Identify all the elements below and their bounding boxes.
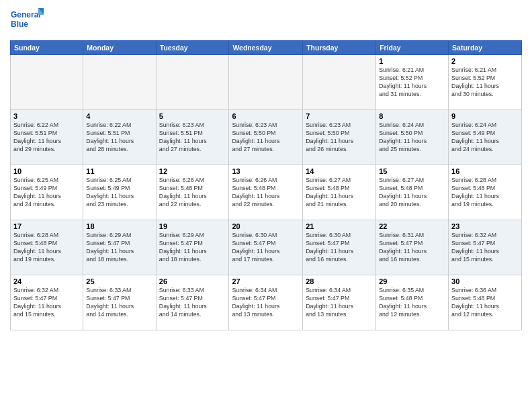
weekday-header: Wednesday [229,41,303,55]
weekday-header: Thursday [303,41,376,55]
weekday-header: Sunday [11,41,83,55]
calendar-body: 1Sunrise: 6:21 AM Sunset: 5:52 PM Daylig… [11,55,522,330]
calendar-cell: 17Sunrise: 6:28 AM Sunset: 5:48 PM Dayli… [11,220,83,275]
day-info: Sunrise: 6:36 AM Sunset: 5:48 PM Dayligh… [451,287,519,319]
calendar-cell: 29Sunrise: 6:35 AM Sunset: 5:48 PM Dayli… [376,275,449,330]
day-info: Sunrise: 6:29 AM Sunset: 5:47 PM Dayligh… [86,232,152,264]
calendar-header: SundayMondayTuesdayWednesdayThursdayFrid… [11,41,522,55]
day-info: Sunrise: 6:30 AM Sunset: 5:47 PM Dayligh… [232,232,300,264]
day-info: Sunrise: 6:21 AM Sunset: 5:52 PM Dayligh… [379,66,445,99]
day-info: Sunrise: 6:29 AM Sunset: 5:47 PM Dayligh… [159,232,226,264]
day-number: 16 [451,167,519,175]
day-info: Sunrise: 6:24 AM Sunset: 5:50 PM Dayligh… [379,122,445,154]
calendar-cell [156,55,229,110]
weekday-header: Saturday [449,41,522,55]
day-info: Sunrise: 6:23 AM Sunset: 5:51 PM Dayligh… [159,122,226,154]
day-number: 12 [159,167,226,175]
calendar-cell: 5Sunrise: 6:23 AM Sunset: 5:51 PM Daylig… [156,110,229,165]
calendar-cell: 26Sunrise: 6:33 AM Sunset: 5:47 PM Dayli… [156,275,229,330]
day-info: Sunrise: 6:35 AM Sunset: 5:48 PM Dayligh… [379,287,445,319]
calendar-cell [11,55,83,110]
day-number: 1 [379,57,445,65]
day-number: 29 [379,277,445,285]
day-number: 8 [379,112,445,120]
calendar-cell: 18Sunrise: 6:29 AM Sunset: 5:47 PM Dayli… [83,220,156,275]
calendar-cell: 10Sunrise: 6:25 AM Sunset: 5:49 PM Dayli… [11,165,83,220]
day-number: 10 [13,167,80,175]
calendar: SundayMondayTuesdayWednesdayThursdayFrid… [10,40,522,330]
day-number: 2 [451,57,519,65]
calendar-cell: 4Sunrise: 6:22 AM Sunset: 5:51 PM Daylig… [83,110,156,165]
day-number: 21 [306,222,373,230]
calendar-cell: 11Sunrise: 6:25 AM Sunset: 5:49 PM Dayli… [83,165,156,220]
svg-text:Blue: Blue [11,19,28,29]
calendar-cell: 12Sunrise: 6:26 AM Sunset: 5:48 PM Dayli… [156,165,229,220]
calendar-cell: 6Sunrise: 6:23 AM Sunset: 5:50 PM Daylig… [229,110,303,165]
svg-text:General: General [11,10,41,19]
week-row: 10Sunrise: 6:25 AM Sunset: 5:49 PM Dayli… [11,165,522,220]
day-info: Sunrise: 6:32 AM Sunset: 5:47 PM Dayligh… [451,232,519,264]
day-info: Sunrise: 6:28 AM Sunset: 5:48 PM Dayligh… [451,177,519,209]
day-info: Sunrise: 6:32 AM Sunset: 5:47 PM Dayligh… [13,287,80,319]
day-number: 9 [451,112,519,120]
weekday-header: Friday [376,41,449,55]
week-row: 3Sunrise: 6:22 AM Sunset: 5:51 PM Daylig… [11,110,522,165]
weekday-header: Monday [83,41,156,55]
day-number: 13 [232,167,300,175]
calendar-cell: 25Sunrise: 6:33 AM Sunset: 5:47 PM Dayli… [83,275,156,330]
day-number: 20 [232,222,300,230]
day-info: Sunrise: 6:22 AM Sunset: 5:51 PM Dayligh… [13,122,80,154]
calendar-cell: 14Sunrise: 6:27 AM Sunset: 5:48 PM Dayli… [303,165,376,220]
calendar-cell: 2Sunrise: 6:21 AM Sunset: 5:52 PM Daylig… [449,55,522,110]
week-row: 17Sunrise: 6:28 AM Sunset: 5:48 PM Dayli… [11,220,522,275]
day-info: Sunrise: 6:33 AM Sunset: 5:47 PM Dayligh… [86,287,152,319]
day-number: 14 [306,167,373,175]
day-number: 15 [379,167,445,175]
day-info: Sunrise: 6:24 AM Sunset: 5:49 PM Dayligh… [451,122,519,154]
day-number: 26 [159,277,226,285]
day-number: 28 [306,277,373,285]
calendar-cell: 16Sunrise: 6:28 AM Sunset: 5:48 PM Dayli… [449,165,522,220]
day-info: Sunrise: 6:31 AM Sunset: 5:47 PM Dayligh… [379,232,445,264]
calendar-cell [83,55,156,110]
day-number: 19 [159,222,226,230]
calendar-cell: 8Sunrise: 6:24 AM Sunset: 5:50 PM Daylig… [376,110,449,165]
calendar-cell [229,55,303,110]
calendar-cell: 20Sunrise: 6:30 AM Sunset: 5:47 PM Dayli… [229,220,303,275]
day-info: Sunrise: 6:26 AM Sunset: 5:48 PM Dayligh… [159,177,226,209]
day-info: Sunrise: 6:22 AM Sunset: 5:51 PM Dayligh… [86,122,152,154]
day-number: 23 [451,222,519,230]
calendar-cell: 9Sunrise: 6:24 AM Sunset: 5:49 PM Daylig… [449,110,522,165]
logo: General Blue [10,7,44,35]
calendar-cell: 28Sunrise: 6:34 AM Sunset: 5:47 PM Dayli… [303,275,376,330]
day-number: 22 [379,222,445,230]
calendar-cell: 19Sunrise: 6:29 AM Sunset: 5:47 PM Dayli… [156,220,229,275]
logo-svg: General Blue [10,7,44,35]
day-number: 3 [13,112,80,120]
day-number: 24 [13,277,80,285]
day-info: Sunrise: 6:27 AM Sunset: 5:48 PM Dayligh… [306,177,373,209]
header: General Blue [10,7,522,35]
day-info: Sunrise: 6:33 AM Sunset: 5:47 PM Dayligh… [159,287,226,319]
calendar-cell: 23Sunrise: 6:32 AM Sunset: 5:47 PM Dayli… [449,220,522,275]
calendar-cell: 7Sunrise: 6:23 AM Sunset: 5:50 PM Daylig… [303,110,376,165]
day-number: 18 [86,222,152,230]
day-number: 6 [232,112,300,120]
day-info: Sunrise: 6:30 AM Sunset: 5:47 PM Dayligh… [306,232,373,264]
day-info: Sunrise: 6:23 AM Sunset: 5:50 PM Dayligh… [306,122,373,154]
week-row: 1Sunrise: 6:21 AM Sunset: 5:52 PM Daylig… [11,55,522,110]
day-info: Sunrise: 6:34 AM Sunset: 5:47 PM Dayligh… [232,287,300,319]
day-info: Sunrise: 6:28 AM Sunset: 5:48 PM Dayligh… [13,232,80,264]
weekday-header: Tuesday [156,41,229,55]
day-info: Sunrise: 6:25 AM Sunset: 5:49 PM Dayligh… [13,177,80,209]
day-number: 25 [86,277,152,285]
day-info: Sunrise: 6:26 AM Sunset: 5:48 PM Dayligh… [232,177,300,209]
day-info: Sunrise: 6:21 AM Sunset: 5:52 PM Dayligh… [451,66,519,99]
day-number: 4 [86,112,152,120]
day-number: 27 [232,277,300,285]
day-number: 17 [13,222,80,230]
day-number: 5 [159,112,226,120]
calendar-cell [303,55,376,110]
page: General Blue SundayMondayTuesdayWednesda… [0,0,532,411]
calendar-cell: 1Sunrise: 6:21 AM Sunset: 5:52 PM Daylig… [376,55,449,110]
